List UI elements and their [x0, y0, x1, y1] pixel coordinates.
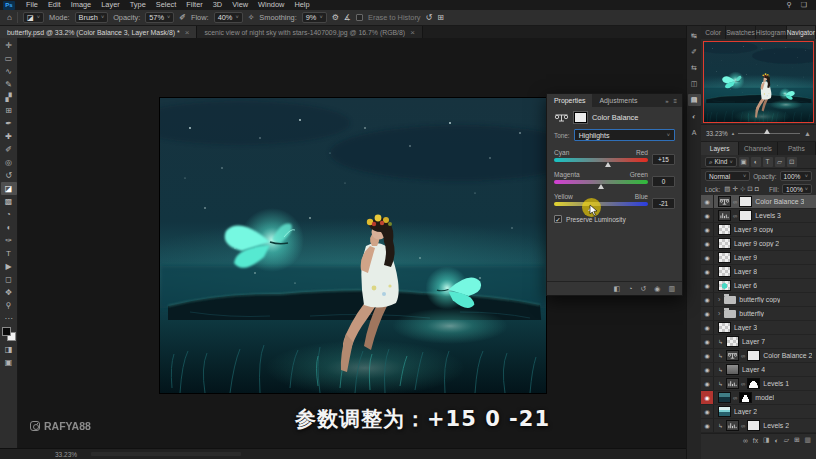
history-brush-tool-icon[interactable]: ↺	[1, 169, 17, 182]
foreground-color-swatch[interactable]	[2, 327, 11, 336]
screen-mode-icon[interactable]: ▣	[1, 356, 17, 369]
navigator-zoom-value[interactable]: 33.23%	[706, 130, 728, 137]
panel-brush-settings-icon[interactable]: ✐	[688, 46, 701, 58]
layer-thumbnail[interactable]	[726, 378, 739, 389]
tab-histogram[interactable]: Histogram	[756, 26, 787, 39]
menu-edit[interactable]: Edit	[43, 0, 66, 10]
visibility-icon[interactable]: ◉	[701, 419, 714, 432]
panel-properties-icon[interactable]: ▤	[688, 94, 701, 106]
pen-tool-icon[interactable]: ✑	[1, 234, 17, 247]
panel-libraries-icon[interactable]: ◫	[688, 78, 701, 90]
layer-mask-thumbnail[interactable]	[739, 392, 752, 403]
layer-thumbnail[interactable]	[718, 280, 731, 291]
layer-mask-thumbnail[interactable]	[747, 350, 760, 361]
layer-row-layer-8[interactable]: ◉Layer 8	[701, 265, 816, 279]
airbrush-icon[interactable]: ✧	[248, 13, 255, 22]
preserve-luminosity-checkbox[interactable]: ✓	[554, 215, 562, 223]
dodge-tool-icon[interactable]: ◖	[1, 221, 17, 234]
shape-tool-icon[interactable]: ◻	[1, 273, 17, 286]
mode-select[interactable]: Brush ˅	[75, 12, 109, 23]
path-selection-tool-icon[interactable]: ▶	[1, 260, 17, 273]
filter-adjustment-icon[interactable]: ◐	[751, 157, 761, 167]
lock-artboard-icon[interactable]: ⊡	[746, 185, 753, 193]
lock-transparent-icon[interactable]: ▨	[723, 185, 731, 193]
layer-thumbnail[interactable]	[718, 392, 731, 403]
eraser-tool-icon[interactable]: ◪	[1, 182, 17, 195]
filter-pixel-icon[interactable]: ▣	[739, 157, 749, 167]
pressure-opacity-icon[interactable]: ✐	[179, 13, 186, 22]
layer-row-layer-3[interactable]: ◉Layer 3	[701, 321, 816, 335]
hand-tool-icon[interactable]: ✥	[1, 286, 17, 299]
flow-select[interactable]: 40% ˅	[214, 12, 243, 23]
layer-row-layer-4[interactable]: ◉↳Layer 4	[701, 363, 816, 377]
tab-swatches[interactable]: Swatches	[726, 26, 756, 39]
add-mask-icon[interactable]: ◨	[763, 436, 769, 444]
lock-pixels-icon[interactable]: ✛	[731, 185, 738, 193]
filter-smart-icon[interactable]: ⊡	[787, 157, 797, 167]
slider-track[interactable]	[554, 180, 648, 184]
move-tool-icon[interactable]: ✛	[1, 39, 17, 52]
gradient-tool-icon[interactable]: ▩	[1, 195, 17, 208]
view-previous-state-icon[interactable]: ◔	[628, 285, 632, 292]
new-group-icon[interactable]: ▱	[784, 436, 789, 444]
layer-row-levels-3[interactable]: ◉∞Levels 3	[701, 209, 816, 223]
menu-image[interactable]: Image	[66, 0, 97, 10]
clip-to-layer-icon[interactable]: ◧	[614, 285, 621, 293]
visibility-icon[interactable]: ◉	[654, 285, 660, 293]
navigator-zoom-slider[interactable]	[738, 133, 800, 134]
layer-thumbnail[interactable]	[726, 364, 739, 375]
new-layer-icon[interactable]: ⊞	[794, 436, 800, 444]
visibility-icon[interactable]: ◉	[701, 335, 714, 348]
visibility-icon[interactable]: ◉	[701, 363, 714, 376]
visibility-icon[interactable]: ◉	[701, 279, 714, 292]
filter-kind-select[interactable]: ⌕ Kind ˅	[705, 157, 737, 167]
panel-character-icon[interactable]: A	[688, 126, 701, 138]
doc-tab-butterfly[interactable]: butterfly.psd @ 33.2% (Color Balance 3, …	[0, 26, 197, 38]
tab-paths[interactable]: Paths	[778, 142, 816, 155]
layer-row-levels-2[interactable]: ◉↳∞Levels 2	[701, 419, 816, 433]
visibility-icon[interactable]: ◉	[701, 377, 714, 390]
delete-layer-icon[interactable]: ▥	[805, 436, 811, 444]
layer-row-color-balance-2[interactable]: ◉↳∞Color Balance 2	[701, 349, 816, 363]
layer-thumbnail[interactable]	[726, 350, 739, 361]
zoom-tool-icon[interactable]: ⚲	[1, 299, 17, 312]
eyedropper-tool-icon[interactable]: ✒	[1, 117, 17, 130]
quick-mask-icon[interactable]: ◨	[1, 343, 17, 356]
layer-thumbnail[interactable]	[718, 322, 731, 333]
zoom-in-icon[interactable]: ▲	[804, 130, 811, 137]
marquee-tool-icon[interactable]: ▭	[1, 52, 17, 65]
layer-row-layer-6[interactable]: ◉Layer 6	[701, 279, 816, 293]
slider-value[interactable]: -21	[652, 198, 675, 209]
layer-mask-thumbnail[interactable]	[747, 378, 760, 389]
blur-tool-icon[interactable]: ◔	[1, 208, 17, 221]
layer-thumbnail[interactable]	[718, 406, 731, 417]
tab-navigator[interactable]: Navigator	[787, 26, 816, 39]
search-icon[interactable]: ⚲	[787, 1, 792, 9]
layer-row-layer-7[interactable]: ◉↳Layer 7	[701, 335, 816, 349]
group-arrow-icon[interactable]: ›	[718, 296, 720, 303]
layer-mask-thumbnail[interactable]	[739, 210, 752, 221]
tone-select[interactable]: Highlights ˅	[574, 129, 675, 141]
layer-row-layer-9-copy[interactable]: ◉Layer 9 copy	[701, 223, 816, 237]
smoothing-select[interactable]: 9% ˅	[302, 12, 327, 23]
delete-adjustment-icon[interactable]: ▥	[668, 285, 675, 293]
slider-thumb[interactable]	[605, 162, 611, 167]
adjustment-mask-thumbnail[interactable]	[574, 112, 587, 123]
visibility-icon[interactable]: ◉	[701, 307, 714, 320]
fill-select[interactable]: 100% ˅	[782, 184, 812, 194]
new-adjustment-icon[interactable]: ◐	[775, 437, 779, 444]
visibility-icon[interactable]: ◉	[701, 251, 714, 264]
layer-mask-thumbnail[interactable]	[747, 420, 760, 431]
group-arrow-icon[interactable]: ›	[718, 310, 720, 317]
visibility-icon[interactable]: ◉	[701, 195, 714, 208]
brush-angle-icon[interactable]: ∡	[344, 13, 351, 22]
visibility-icon[interactable]: ◉	[701, 237, 714, 250]
panel-menu-icon[interactable]: ≡	[673, 98, 677, 104]
layer-row-color-balance-3[interactable]: ◉∞Color Balance 3	[701, 195, 816, 209]
healing-brush-tool-icon[interactable]: ✚	[1, 130, 17, 143]
frame-tool-icon[interactable]: ⊞	[1, 104, 17, 117]
link-layers-icon[interactable]: ∞	[743, 437, 748, 444]
blend-mode-select[interactable]: Normal ˅	[705, 171, 750, 181]
menu-select[interactable]: Select	[151, 0, 182, 10]
close-icon[interactable]: ×	[410, 28, 415, 37]
